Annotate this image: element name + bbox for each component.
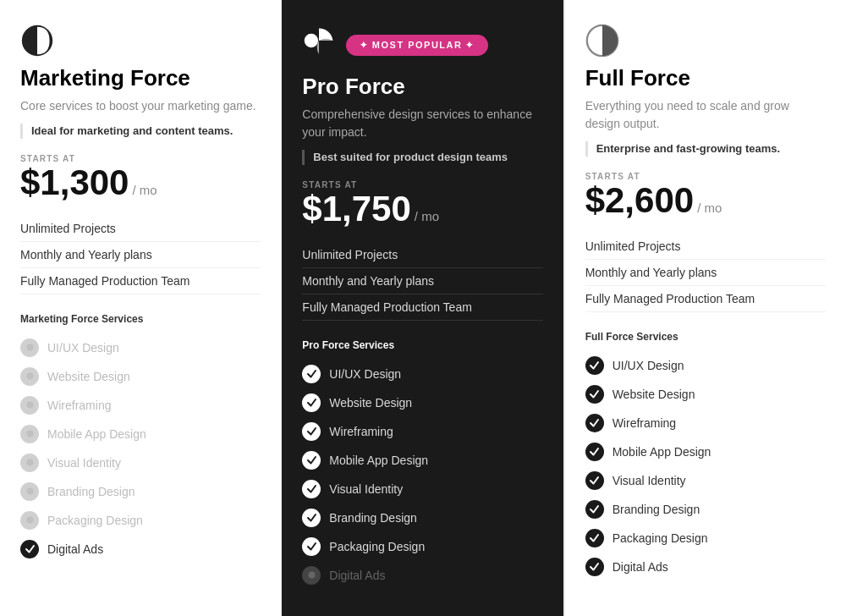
plan-name: Marketing Force bbox=[20, 66, 261, 91]
check-icon bbox=[585, 558, 604, 576]
service-name: Wireframing bbox=[329, 425, 393, 438]
pricing-container: Marketing ForceCore services to boost yo… bbox=[0, 0, 846, 616]
price-row: $1,750/ mo bbox=[302, 191, 542, 227]
service-name: Website Design bbox=[613, 388, 695, 401]
check-icon bbox=[302, 537, 321, 556]
service-item: Packaging Design bbox=[20, 506, 261, 535]
plan-card-marketing: Marketing ForceCore services to boost yo… bbox=[0, 0, 282, 616]
service-item: Wireframing bbox=[302, 417, 542, 446]
service-name: Mobile App Design bbox=[613, 445, 711, 459]
svg-point-3 bbox=[26, 402, 33, 409]
minus-icon bbox=[20, 511, 39, 530]
feature-item: Fully Managed Production Team bbox=[585, 286, 826, 312]
service-item: Mobile App Design bbox=[585, 437, 826, 466]
badge-label: MOST POPULAR bbox=[372, 40, 463, 50]
service-name: Visual Identity bbox=[47, 456, 121, 470]
check-icon bbox=[302, 451, 321, 470]
service-name: Mobile App Design bbox=[329, 454, 428, 467]
check-icon bbox=[20, 540, 39, 558]
most-popular-badge: ✦MOST POPULAR✦ bbox=[346, 35, 488, 56]
service-item: Digital Ads bbox=[302, 561, 542, 590]
service-name: Digital Ads bbox=[329, 569, 385, 582]
services-label: Full Force Services bbox=[585, 331, 826, 343]
svg-point-5 bbox=[26, 459, 33, 466]
plan-desc: Everything you need to scale and grow de… bbox=[585, 97, 826, 133]
features-list: Unlimited ProjectsMonthly and Yearly pla… bbox=[20, 216, 261, 294]
logo-pro bbox=[302, 24, 336, 58]
check-icon bbox=[585, 385, 604, 404]
price-per: / mo bbox=[132, 183, 157, 197]
feature-item: Unlimited Projects bbox=[302, 242, 542, 268]
service-name: Packaging Design bbox=[329, 540, 425, 553]
svg-point-9 bbox=[308, 572, 315, 579]
service-item: UI/UX Design bbox=[302, 360, 542, 388]
svg-point-6 bbox=[26, 488, 33, 495]
check-icon bbox=[302, 422, 321, 441]
service-item: Branding Design bbox=[20, 477, 261, 506]
service-item: Branding Design bbox=[585, 495, 826, 524]
plan-header-row: ✦MOST POPULAR✦ bbox=[302, 24, 542, 66]
feature-item: Fully Managed Production Team bbox=[20, 268, 261, 294]
price-row: $2,600/ mo bbox=[585, 183, 826, 218]
service-item: Digital Ads bbox=[20, 535, 261, 564]
services-label: Marketing Force Services bbox=[20, 313, 261, 325]
check-icon bbox=[302, 393, 321, 412]
check-icon bbox=[585, 443, 604, 461]
logo-marketing bbox=[20, 24, 54, 58]
minus-icon bbox=[20, 396, 39, 415]
plan-desc: Comprehensive design services to enhance… bbox=[302, 106, 542, 141]
check-icon bbox=[302, 365, 321, 383]
service-item: Mobile App Design bbox=[302, 446, 542, 475]
features-list: Unlimited ProjectsMonthly and Yearly pla… bbox=[302, 242, 542, 321]
svg-point-2 bbox=[26, 373, 33, 380]
minus-icon bbox=[20, 338, 39, 357]
feature-item: Fully Managed Production Team bbox=[302, 294, 542, 321]
service-item: Wireframing bbox=[20, 391, 261, 420]
check-icon bbox=[585, 414, 604, 432]
minus-icon bbox=[20, 367, 39, 386]
price-row: $1,300/ mo bbox=[20, 165, 261, 201]
check-icon bbox=[302, 509, 321, 527]
service-item: Packaging Design bbox=[302, 532, 542, 561]
service-name: Mobile App Design bbox=[47, 427, 146, 441]
check-icon bbox=[585, 471, 604, 490]
feature-item: Monthly and Yearly plans bbox=[20, 242, 261, 268]
service-name: Packaging Design bbox=[47, 514, 143, 527]
service-name: Visual Identity bbox=[613, 474, 686, 487]
svg-point-8 bbox=[305, 34, 318, 47]
check-icon bbox=[585, 500, 604, 519]
check-icon bbox=[302, 480, 321, 498]
minus-icon bbox=[20, 454, 39, 472]
service-name: Visual Identity bbox=[329, 482, 403, 496]
minus-icon bbox=[20, 482, 39, 501]
service-name: UI/UX Design bbox=[613, 359, 684, 372]
plan-card-full: Full ForceEverything you need to scale a… bbox=[564, 0, 846, 616]
feature-item: Monthly and Yearly plans bbox=[302, 268, 542, 294]
badge-star-left: ✦ bbox=[360, 40, 369, 51]
service-name: Branding Design bbox=[47, 485, 135, 498]
badge-star-right: ✦ bbox=[465, 40, 475, 51]
service-name: Wireframing bbox=[47, 399, 111, 412]
service-item: Visual Identity bbox=[302, 475, 542, 503]
service-name: Digital Ads bbox=[47, 542, 103, 556]
logo-full bbox=[585, 24, 619, 58]
plan-desc: Core services to boost your marketing ga… bbox=[20, 97, 261, 115]
service-item: Mobile App Design bbox=[20, 420, 261, 448]
svg-point-7 bbox=[26, 517, 33, 524]
service-item: Visual Identity bbox=[585, 466, 826, 495]
plan-ideal-for: Best suited for product design teams bbox=[302, 150, 542, 165]
service-item: Branding Design bbox=[302, 503, 542, 532]
price-amount: $2,600 bbox=[585, 183, 694, 218]
service-item: UI/UX Design bbox=[20, 333, 261, 362]
feature-item: Monthly and Yearly plans bbox=[585, 260, 826, 286]
plan-card-pro: ✦MOST POPULAR✦Pro ForceComprehensive des… bbox=[282, 0, 563, 616]
service-name: Branding Design bbox=[613, 503, 700, 516]
service-name: Digital Ads bbox=[613, 560, 668, 574]
svg-point-1 bbox=[26, 344, 33, 351]
minus-icon bbox=[302, 566, 321, 585]
service-name: UI/UX Design bbox=[47, 341, 119, 355]
service-name: Website Design bbox=[47, 370, 130, 383]
feature-item: Unlimited Projects bbox=[585, 234, 826, 260]
price-per: / mo bbox=[415, 209, 439, 223]
svg-point-4 bbox=[26, 431, 33, 437]
